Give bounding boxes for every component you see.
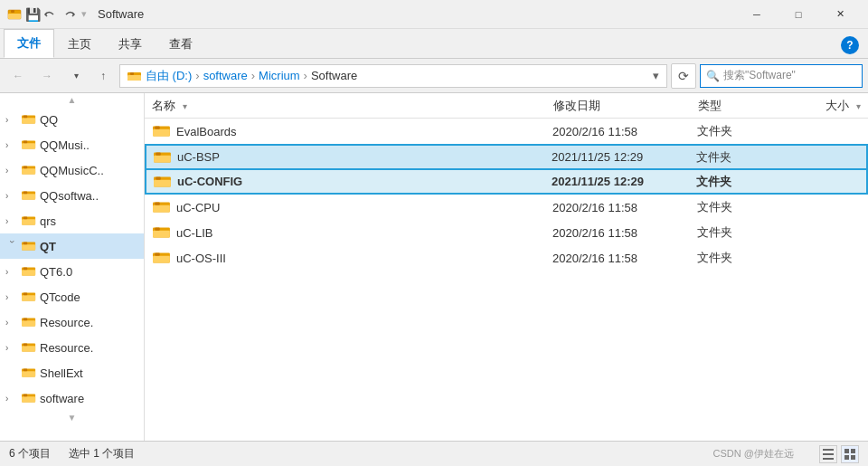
recent-locations-button[interactable]: ▾	[63, 63, 89, 89]
back-button[interactable]: ←	[5, 63, 31, 89]
sidebar-item-qt[interactable]: › QT	[0, 233, 144, 259]
table-row[interactable]: EvalBoards 2020/2/16 11:58 文件夹	[145, 119, 868, 144]
sidebar-item-qrs[interactable]: › qrs	[0, 208, 144, 233]
table-row[interactable]: uC-OS-III 2020/2/16 11:58 文件夹	[145, 245, 868, 271]
folder-icon	[154, 150, 172, 165]
sidebar-item-qqsoftware[interactable]: › QQsoftwa..	[0, 183, 144, 208]
path-segment-2[interactable]: software	[203, 69, 248, 82]
svg-rect-37	[22, 371, 35, 376]
tab-view[interactable]: 查看	[156, 30, 206, 58]
folder-icon	[22, 240, 36, 252]
file-type: 文件夹	[697, 123, 788, 139]
sidebar-item-resource2[interactable]: › Resource.	[0, 335, 144, 360]
path-segment-4[interactable]: Software	[311, 69, 357, 82]
sidebar-item-label: QT	[40, 240, 56, 253]
svg-rect-58	[153, 256, 170, 263]
svg-rect-61	[823, 453, 834, 455]
title-bar: 💾 ▾ Software ─ □ ✕	[0, 0, 868, 29]
redo-icon[interactable]	[61, 7, 76, 22]
tab-home[interactable]: 主页	[54, 30, 105, 58]
save-icon[interactable]: 💾	[25, 7, 40, 22]
table-row[interactable]: uC-BSP 2021/11/25 12:29 文件夹	[145, 144, 868, 169]
path-segment-3[interactable]: Micrium	[259, 69, 300, 82]
column-name-header[interactable]: 名称 ▾	[152, 98, 553, 114]
table-row[interactable]: uC-LIB 2020/2/16 11:58 文件夹	[145, 220, 868, 245]
file-date: 2020/2/16 11:58	[552, 125, 697, 138]
sidebar-item-label: QQMusicC..	[40, 164, 104, 177]
chevron-icon: ›	[5, 115, 18, 125]
close-button[interactable]: ✕	[819, 0, 861, 29]
sidebar-item-qq[interactable]: › QQ	[0, 107, 144, 132]
table-row[interactable]: uC-CPU 2020/2/16 11:58 文件夹	[145, 195, 868, 220]
svg-rect-64	[851, 449, 855, 453]
sidebar-item-shellext[interactable]: › ShellExt	[0, 360, 144, 385]
svg-rect-7	[22, 118, 35, 123]
column-type-header[interactable]: 类型	[698, 98, 788, 114]
undo-icon[interactable]	[43, 7, 58, 22]
folder-icon	[22, 265, 36, 278]
view-list-button[interactable]	[819, 445, 837, 463]
tab-share[interactable]: 共享	[105, 30, 156, 58]
table-row[interactable]: uC-CONFIG 2021/11/25 12:29 文件夹	[145, 169, 868, 195]
chevron-icon: ›	[5, 166, 18, 176]
forward-button[interactable]: →	[34, 63, 60, 89]
column-date-header[interactable]: 修改日期	[553, 98, 698, 114]
svg-rect-56	[155, 227, 160, 230]
file-type: 文件夹	[697, 224, 788, 241]
svg-rect-59	[155, 252, 160, 255]
svg-rect-8	[24, 116, 27, 119]
sidebar-item-label: QQsoftwa..	[40, 189, 99, 203]
folder-icon	[153, 251, 171, 265]
up-button[interactable]: ↑	[90, 63, 116, 89]
svg-rect-25	[22, 270, 35, 275]
tab-file[interactable]: 文件	[4, 29, 54, 58]
chevron-icon: ›	[5, 140, 18, 150]
total-items-status: 6 个项目	[9, 446, 51, 461]
column-size-header[interactable]: 大小 ▾	[788, 98, 861, 114]
file-list-header: 名称 ▾ 修改日期 类型 大小 ▾	[145, 93, 868, 119]
folder-icon	[22, 366, 36, 379]
file-list: 名称 ▾ 修改日期 类型 大小 ▾ EvalBoards 2020/2/16 1…	[145, 93, 868, 441]
sidebar-item-label: QTcode	[40, 290, 80, 304]
watermark: CSDN @伊娃在远	[713, 447, 794, 461]
svg-rect-31	[22, 320, 35, 326]
search-icon: 🔍	[706, 70, 720, 82]
svg-rect-28	[22, 295, 35, 300]
file-type: 文件夹	[697, 199, 788, 215]
file-date: 2020/2/16 11:58	[552, 226, 697, 240]
help-button[interactable]: ?	[841, 36, 859, 54]
path-segment-1[interactable]: 自由 (D:)	[146, 68, 192, 84]
file-date: 2021/11/25 12:29	[552, 175, 696, 188]
sidebar-item-label: QQ	[40, 113, 58, 127]
sidebar-item-qtcode[interactable]: › QTcode	[0, 284, 144, 309]
sidebar-item-resource1[interactable]: › Resource.	[0, 309, 144, 335]
sidebar-item-qqmusic2[interactable]: › QQMusicC..	[0, 157, 144, 183]
sidebar-item-qt60[interactable]: › QT6.0	[0, 259, 144, 284]
file-name: uC-OS-III	[176, 252, 552, 265]
svg-rect-5	[130, 72, 134, 75]
view-details-button[interactable]	[841, 445, 859, 463]
sidebar-item-qqmusic1[interactable]: › QQMusi..	[0, 132, 144, 157]
sidebar-item-software[interactable]: › software	[0, 385, 144, 411]
sidebar-item-label: Resource.	[40, 316, 93, 329]
file-date: 2021/11/25 12:29	[552, 150, 696, 164]
folder-icon	[22, 392, 36, 404]
status-bar: 6 个项目 选中 1 个项目 CSDN @伊娃在远	[0, 441, 868, 466]
svg-rect-2	[11, 10, 14, 13]
app-icon	[7, 7, 22, 22]
main-content: ▲ › QQ › QQMusi.. › QQMusicC.. › QQsoftw…	[0, 93, 868, 441]
address-path[interactable]: 自由 (D:) › software › Micrium › Software …	[119, 64, 667, 88]
search-box[interactable]: 🔍 搜索"Software"	[700, 64, 863, 88]
folder-icon	[153, 124, 171, 138]
ribbon-tabs: 文件 主页 共享 查看 ?	[0, 29, 868, 58]
refresh-button[interactable]: ⟳	[671, 63, 696, 89]
address-bar: ← → ▾ ↑ 自由 (D:) › software › Micrium › S…	[0, 59, 868, 93]
svg-rect-20	[24, 217, 27, 220]
svg-rect-17	[24, 192, 27, 195]
maximize-button[interactable]: □	[778, 0, 819, 29]
path-dropdown[interactable]: ▾	[653, 69, 659, 82]
file-type: 文件夹	[696, 149, 787, 166]
file-date: 2020/2/16 11:58	[552, 201, 697, 214]
svg-rect-11	[24, 141, 27, 144]
minimize-button[interactable]: ─	[736, 0, 778, 29]
